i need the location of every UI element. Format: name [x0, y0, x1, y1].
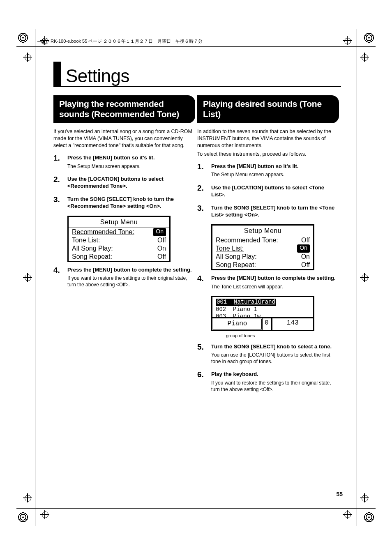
tone-row: 003 Piano 1w — [216, 313, 310, 317]
crop-line — [16, 46, 376, 47]
step-3: 3. Turn the SONG [SELECT] knob to turn t… — [53, 196, 195, 210]
lcd-label: Tone List: — [72, 236, 157, 244]
step-head: Turn the SONG [SELECT] knob to turn the … — [67, 196, 195, 210]
step-body: The Setup Menu screen appears. — [67, 163, 195, 170]
lcd-value: On — [297, 244, 310, 253]
crop-mark-icon — [24, 274, 31, 281]
title-rule — [53, 86, 341, 87]
lcd-value: Off — [301, 261, 310, 269]
lcd-row: Recommended Tone: Off — [212, 236, 313, 244]
tone-num: 003 — [216, 313, 226, 317]
tone-num: 001 — [217, 299, 227, 305]
crop-mark-icon — [41, 511, 48, 518]
intro-text: If you've selected an internal song or a… — [53, 128, 195, 149]
registration-mark-icon — [17, 511, 29, 523]
step-5: 5. Turn the SONG [SELECT] knob to select… — [197, 343, 339, 365]
crop-line — [35, 29, 35, 526]
tone-name: Piano 1w — [233, 313, 261, 317]
step-body: If you want to restore the settings to t… — [211, 380, 339, 393]
setup-menu-screenshot: Setup Menu Recommended Tone: On Tone Lis… — [67, 216, 171, 262]
lcd-label: All Song Play: — [216, 253, 301, 261]
header-text: RK-100-e.book 55 ページ ２００６年１１月２７日 月曜日 午後６… — [51, 39, 203, 44]
step-head: Use the [LOCATION] buttons to select <Re… — [67, 175, 195, 190]
step-number: 2. — [197, 183, 204, 193]
step-head: Press the [MENU] button to complete the … — [211, 274, 339, 282]
lcd-label: Tone List: — [216, 244, 297, 253]
setup-menu-screenshot: Setup Menu Recommended Tone: Off Tone Li… — [211, 224, 314, 271]
crop-mark-icon — [344, 511, 351, 518]
lcd-title: Setup Menu — [212, 226, 313, 237]
registration-mark-icon — [363, 511, 375, 523]
step-number: 6. — [197, 369, 204, 380]
step-4: 4. Press the [MENU] button to complete t… — [197, 274, 339, 290]
registration-mark-icon — [363, 32, 375, 44]
lcd-value: On — [157, 244, 166, 253]
lcd-title: Setup Menu — [69, 217, 169, 228]
lcd-label: Song Repeat: — [72, 253, 157, 261]
tone-col2: 0 — [262, 318, 272, 330]
crop-mark-icon — [24, 494, 31, 502]
tone-name: NaturalGrand — [234, 299, 275, 305]
section-heading-tone-list: Playing desired sounds (Tone List) — [197, 95, 339, 123]
step-body: You can use the [LOCATION] buttons to se… — [211, 352, 339, 365]
page-title: Settings — [66, 66, 129, 86]
step-1: 1. Press the [MENU] button so it's lit. … — [53, 154, 195, 170]
step-head: Use the [LOCATION] buttons to select <To… — [211, 184, 339, 198]
tone-list-screenshot: 001 NaturalGrand 002 Piano 1 003 Piano 1… — [211, 296, 314, 331]
lcd-value: Off — [157, 253, 166, 261]
lcd-value: On — [153, 228, 166, 236]
page-number: 55 — [336, 491, 343, 497]
lcd-value: On — [301, 253, 310, 261]
title-ornament — [53, 62, 61, 86]
lcd-label: Song Repeat: — [216, 261, 301, 269]
step-3: 3. Turn the SONG [SELECT] knob to turn t… — [197, 204, 339, 219]
step-number: 1. — [53, 153, 60, 164]
crop-mark-icon — [361, 494, 368, 502]
step-head: Turn the SONG [SELECT] knob to turn the … — [211, 204, 339, 219]
lcd-value: Off — [301, 236, 310, 244]
lcd-row: All Song Play: On — [69, 244, 169, 253]
crop-mark-icon — [361, 53, 368, 61]
step-number: 2. — [53, 174, 60, 185]
caption-group-of-tones: group of tones — [226, 333, 339, 339]
lcd-value: Off — [157, 236, 166, 244]
step-number: 3. — [53, 194, 60, 205]
registration-mark-icon — [17, 32, 29, 44]
step-number: 4. — [53, 265, 60, 276]
step-head: Play the keyboard. — [211, 371, 339, 378]
tone-group: Piano — [212, 318, 263, 330]
step-head: Turn the SONG [SELECT] knob to select a … — [211, 343, 339, 350]
step-body: The Tone List screen will appear. — [211, 283, 339, 290]
lcd-row: Song Repeat: Off — [69, 253, 169, 261]
intro-text: In addition to the seven sounds that can… — [197, 128, 339, 149]
lcd-row: Recommended Tone: On — [69, 228, 169, 236]
step-6: 6. Play the keyboard. If you want to res… — [197, 371, 339, 393]
tone-row: 002 Piano 1 — [216, 306, 310, 313]
step-1: 1. Press the [MENU] button so it's lit. … — [197, 163, 339, 178]
lcd-row: All Song Play: On — [212, 253, 313, 261]
intro-text: To select these instruments, proceed as … — [197, 151, 339, 158]
step-4: 4. Press the [MENU] button to complete t… — [53, 266, 195, 288]
lcd-label: Recommended Tone: — [216, 236, 301, 244]
section-heading-recommended-tone: Playing the recommended sounds (Recommen… — [53, 95, 195, 123]
crop-mark-icon — [344, 37, 351, 44]
lcd-row: Tone List: Off — [69, 236, 169, 244]
tone-name: Piano 1 — [233, 306, 257, 313]
step-body: The Setup Menu screen appears. — [211, 171, 339, 178]
crop-mark-icon — [361, 274, 368, 281]
step-number: 3. — [197, 203, 204, 214]
lcd-row: Tone List: On — [212, 244, 313, 253]
crop-line — [16, 508, 376, 509]
book-icon — [41, 39, 47, 44]
step-number: 4. — [197, 273, 204, 284]
step-number: 1. — [197, 161, 204, 172]
tone-row-selected: 001 NaturalGrand — [216, 299, 310, 306]
step-head: Press the [MENU] button so it's lit. — [67, 154, 195, 161]
tone-num: 002 — [216, 306, 226, 313]
crop-line — [357, 29, 357, 526]
tone-col3: 143 — [272, 318, 313, 330]
lcd-row: Song Repeat: Off — [212, 261, 313, 269]
step-2: 2. Use the [LOCATION] buttons to select … — [197, 184, 339, 198]
step-2: 2. Use the [LOCATION] buttons to select … — [53, 175, 195, 190]
crop-mark-icon — [24, 53, 31, 61]
